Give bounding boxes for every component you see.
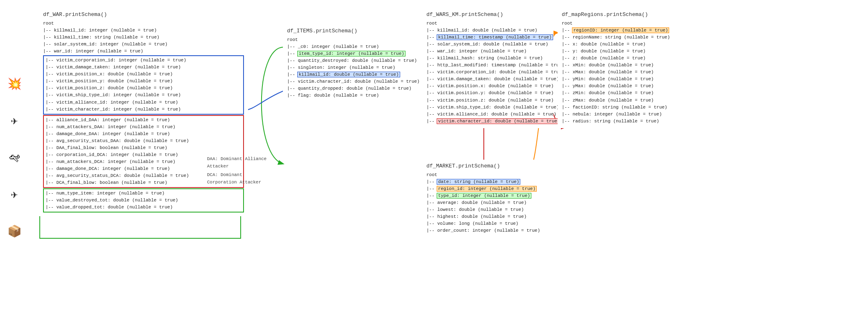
war-field-1: |-- killmail_id: integer (nullable = tru… <box>43 27 244 34</box>
market-panel: df_MARKET.printSchema() root |-- date: s… <box>422 160 562 237</box>
war-field-8: |-- victim_position_y: double (nullable … <box>46 78 241 85</box>
map-field-9: |-- yMax: double (nullable = true) <box>562 83 693 90</box>
item-type-id-highlight: item_type_id: integer (nullable = true) <box>298 51 405 56</box>
wars-km-field-14: |-- victim.character_id: double (nullabl… <box>426 118 549 125</box>
svg-rect-2 <box>40 214 241 238</box>
wars-km-field-1: |-- killmail_id: double (nullable = true… <box>426 27 549 34</box>
items-field-1: |-- _c0: integer (nullable = true) <box>287 43 418 50</box>
map-field-12: |-- factionID: string (nullable = true) <box>562 104 693 111</box>
wars-km-field-5: |-- killmail_hash: string (nullable = tr… <box>426 55 549 62</box>
items-field-2: |-- item_type_id: integer (nullable = tr… <box>287 50 418 57</box>
wars-km-field-0: root <box>426 20 549 27</box>
market-type-highlight: type_id: integer (nullable = true) <box>437 193 531 198</box>
wars-km-field-9: |-- victim.position.x: double (nullable … <box>426 83 549 90</box>
items-field-3: |-- quantity_destroyed: double (nullable… <box>287 57 418 64</box>
war-field-9: |-- victim_position_z: double (nullable … <box>46 85 241 92</box>
legend-dca: DCA: DominantCorporation Attacker <box>207 172 267 186</box>
war-field-2: |-- killmail_time: string (nullable = tr… <box>43 34 244 41</box>
war-field-12: |-- victim_character_id: integer (nullab… <box>46 106 241 113</box>
map-field-1: |-- regionID: integer (nullable = true) <box>562 27 693 34</box>
wars-km-field-10: |-- victim.position.y: double (nullable … <box>426 90 549 97</box>
plane-icon-2: 🛩 <box>4 147 25 168</box>
war-field-23: |-- num_type_item: integer (nullable = t… <box>46 190 241 197</box>
map-field-13: |-- nebula: integer (nullable = true) <box>562 111 693 118</box>
map-field-5: |-- z: double (nullable = true) <box>562 55 693 62</box>
wars-km-char-highlight: victim.character_id: double (nullable = … <box>437 119 560 124</box>
plane-icon-1: ✈ <box>4 111 25 131</box>
wars-km-killtime-highlight: killmail_time: timestamp (nullable = tru… <box>437 35 552 40</box>
wars-km-field-11: |-- victim.position.z: double (nullable … <box>426 97 549 104</box>
war-victim-section: |-- victim_corporation_id: integer (null… <box>43 55 244 114</box>
war-field-11: |-- victim_alliance_id: integer (nullabl… <box>46 99 241 106</box>
items-field-6: |-- victim.character_id: double (nullabl… <box>287 78 418 85</box>
market-field-8: |-- order_count: integer (nullable = tru… <box>426 227 558 234</box>
war-field-5: |-- victim_corporation_id: integer (null… <box>46 57 241 64</box>
items-field-4: |-- singleton: integer (nullable = true) <box>287 64 418 71</box>
market-field-6: |-- highest: double (nullable = true) <box>426 213 558 220</box>
market-field-5: |-- lowest: double (nullable = true) <box>426 206 558 213</box>
market-field-3: |-- type_id: integer (nullable = true) <box>426 192 558 199</box>
map-field-14: |-- radius: string (nullable = true) <box>562 118 693 125</box>
items-field-5: |-- killmail_id: double (nullable = true… <box>287 71 418 78</box>
market-field-2: |-- region_id: integer (nullable = true) <box>426 185 558 192</box>
map-field-4: |-- y: double (nullable = true) <box>562 48 693 55</box>
war-field-16: |-- avg_security_status_DAA: double (nul… <box>46 138 241 145</box>
map-field-0: root <box>562 20 693 27</box>
killmail-id-highlight: killmail_id: double (nullable = true) <box>298 72 399 77</box>
market-field-7: |-- volume: long (nullable = true) <box>426 220 558 227</box>
items-schema-content: root |-- _c0: integer (nullable = true) … <box>287 36 418 99</box>
wars-km-panel: df_WARS_KM.printSchema() root |-- killma… <box>422 8 554 128</box>
items-field-0: root <box>287 36 418 43</box>
war-field-6: |-- victim_damage_taken: integer (nullab… <box>46 64 241 71</box>
map-field-3: |-- x: double (nullable = true) <box>562 41 693 48</box>
explosion-icon: 💥 <box>4 74 25 94</box>
wars-km-field-12: |-- victim.ship_type_id: double (nullabl… <box>426 104 549 111</box>
wars-km-field-6: |-- http_last_modified: timestamp (nulla… <box>426 62 549 69</box>
war-field-0: root <box>43 20 244 27</box>
war-field-25: |-- value_dropped_tot: double (nullable … <box>46 204 241 211</box>
war-field-14: |-- num_attackers_DAA: integer (nullable… <box>46 124 241 131</box>
legend-daa: DAA: Dominant AllianceAttacker <box>207 156 267 170</box>
map-regions-panel: df_mapRegions.printSchema() root |-- reg… <box>558 8 697 128</box>
market-date-highlight: date: string (nullable = true) <box>437 179 520 184</box>
wars-km-field-2: |-- killmail_time: timestamp (nullable =… <box>426 34 549 41</box>
war-field-7: |-- victim_position_x: double (nullable … <box>46 71 241 78</box>
map-field-2: |-- regionName: string (nullable = true) <box>562 34 693 41</box>
wars-km-field-7: |-- victim.corporation_id: double (nulla… <box>426 69 549 76</box>
wars-km-schema-content: root |-- killmail_id: double (nullable =… <box>426 20 549 125</box>
wars-km-field-3: |-- solar_system_id: double (nullable = … <box>426 41 549 48</box>
wars-km-panel-title: df_WARS_KM.printSchema() <box>426 11 549 18</box>
war-field-4: |-- war_id: integer (nullable = true) <box>43 48 244 55</box>
war-panel-title: df_WAR.printSchema() <box>43 11 244 18</box>
map-field-7: |-- xMax: double (nullable = true) <box>562 69 693 76</box>
wars-km-field-13: |-- victim.alliance_id: double (nullable… <box>426 111 549 118</box>
plane-icon-3: ✈ <box>4 184 25 205</box>
items-field-8: |-- flag: double (nullable = true) <box>287 92 418 99</box>
market-schema-content: root |-- date: string (nullable = true) … <box>426 172 558 234</box>
legend-box: DAA: Dominant AllianceAttacker DCA: Domi… <box>207 156 267 186</box>
market-field-1: |-- date: string (nullable = true) <box>426 179 558 185</box>
market-region-highlight: region_id: integer (nullable = true) <box>437 186 536 191</box>
items-panel: df_ITEMS.printSchema() root |-- _c0: int… <box>283 25 422 102</box>
war-field-17: |-- DAA_final_blow: boolean (nullable = … <box>46 145 241 151</box>
wars-km-field-8: |-- victim.damage_taken: double (nullabl… <box>426 76 549 83</box>
market-panel-title: df_MARKET.printSchema() <box>426 163 558 169</box>
items-field-7: |-- quantity_dropped: double (nullable =… <box>287 85 418 92</box>
map-regions-panel-title: df_mapRegions.printSchema() <box>562 11 693 18</box>
war-field-10: |-- victim_ship_type_id: integer (nullab… <box>46 92 241 99</box>
war-field-3: |-- solar_system_id: integer (nullable =… <box>43 41 244 48</box>
map-field-10: |-- zMin: double (nullable = true) <box>562 90 693 97</box>
map-regions-schema-content: root |-- regionID: integer (nullable = t… <box>562 20 693 125</box>
wars-km-field-4: |-- war_id: integer (nullable = true) <box>426 48 549 55</box>
map-field-8: |-- yMin: double (nullable = true) <box>562 76 693 83</box>
war-field-13: |-- alliance_id_DAA: integer (nullable =… <box>46 117 241 124</box>
map-field-11: |-- zMax: double (nullable = true) <box>562 97 693 104</box>
war-items-section: |-- num_type_item: integer (nullable = t… <box>43 188 244 213</box>
war-field-24: |-- value_destroyed_tot: double (nullabl… <box>46 197 241 204</box>
war-field-15: |-- damage_done_DAA: integer (nullable =… <box>46 131 241 138</box>
map-field-6: |-- xMin: double (nullable = true) <box>562 62 693 69</box>
icon-column: 💥 ✈ 🛩 ✈ 📦 <box>4 74 25 242</box>
market-field-0: root <box>426 172 558 179</box>
map-regionid-highlight: regionID: integer (nullable = true) <box>572 28 669 33</box>
items-panel-title: df_ITEMS.printSchema() <box>287 28 418 34</box>
